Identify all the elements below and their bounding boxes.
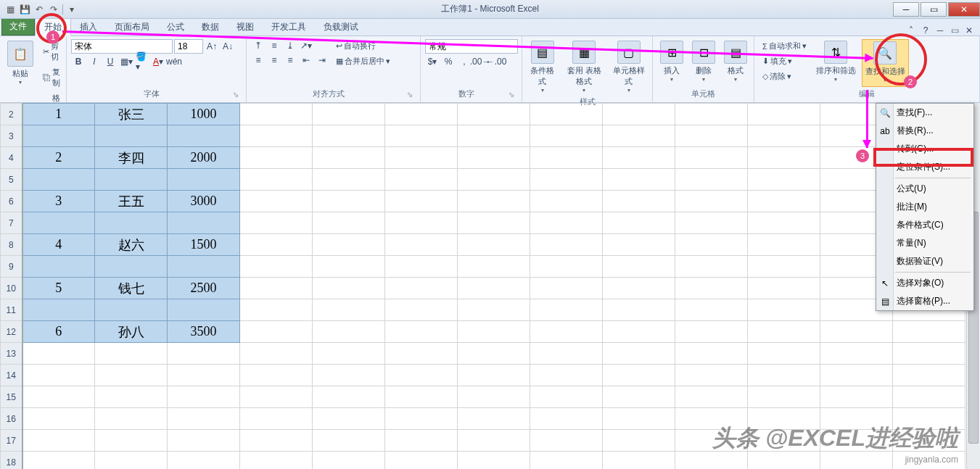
cell[interactable] [530,191,603,212]
cell[interactable] [748,365,820,386]
cell[interactable] [530,147,603,169]
cell[interactable] [95,452,168,470]
ribbon-minimize-icon[interactable]: ˄ [906,25,916,36]
cell[interactable] [385,365,458,386]
cell[interactable] [240,365,313,386]
cell[interactable] [240,299,313,321]
cell[interactable] [313,256,385,278]
cell[interactable] [168,125,240,147]
cell[interactable] [313,125,385,147]
cell[interactable] [385,408,458,430]
decrease-decimal-icon[interactable]: ←.00 [489,55,503,68]
cell[interactable] [530,212,603,234]
workbook-min-icon[interactable]: ─ [935,25,945,36]
cell[interactable] [675,125,748,147]
cell[interactable] [22,169,95,191]
cell[interactable] [893,365,965,386]
close-button[interactable]: ✕ [948,2,980,17]
cell[interactable] [675,386,748,408]
cell[interactable] [313,147,385,169]
cell[interactable] [168,452,240,470]
cell[interactable] [240,343,313,365]
cell[interactable] [603,452,675,470]
cell[interactable] [95,256,168,278]
underline-button[interactable]: U [103,55,118,68]
font-color-button[interactable]: A▾ [151,55,165,68]
cell[interactable] [458,321,530,343]
cell[interactable] [168,212,240,234]
cell[interactable] [385,386,458,408]
cell[interactable] [458,408,530,430]
help-icon[interactable]: ? [921,25,931,36]
cell[interactable] [313,169,385,191]
row-header[interactable]: 18 [1,452,22,470]
cell[interactable]: 孙八 [95,321,168,343]
font-launcher-icon[interactable]: ⬂ [233,91,242,99]
cell[interactable] [603,104,675,125]
menu-find[interactable]: 🔍查找(F)... [876,104,973,122]
cell[interactable] [313,212,385,234]
cell[interactable] [240,256,313,278]
cell[interactable] [458,169,530,191]
cell[interactable] [240,212,313,234]
align-center-icon[interactable]: ≡ [267,54,281,67]
cell[interactable] [22,408,95,430]
row-header[interactable]: 14 [1,365,22,386]
cell[interactable] [385,212,458,234]
row-header[interactable]: 4 [1,147,22,169]
cell[interactable] [530,343,603,365]
cell[interactable] [385,256,458,278]
cell[interactable] [675,365,748,386]
cell[interactable] [240,104,313,125]
cell[interactable] [675,191,748,212]
cell[interactable] [458,430,530,452]
cell[interactable] [240,234,313,256]
cell[interactable] [675,256,748,278]
delete-cells-button[interactable]: ⊟删除▾ [689,39,718,87]
cell[interactable] [240,386,313,408]
cell[interactable]: 3 [22,191,95,212]
cell[interactable]: 4 [22,234,95,256]
cell[interactable]: 李四 [95,147,168,169]
cell[interactable] [240,147,313,169]
cell[interactable] [385,430,458,452]
cell[interactable] [603,343,675,365]
cell[interactable] [530,169,603,191]
cell[interactable] [458,343,530,365]
cell[interactable] [675,278,748,299]
cell[interactable] [530,430,603,452]
cell[interactable] [458,212,530,234]
cell[interactable] [530,125,603,147]
cell[interactable] [820,343,893,365]
cell[interactable] [168,365,240,386]
cell[interactable] [168,343,240,365]
bold-button[interactable]: B [71,55,86,68]
indent-decrease-icon[interactable]: ⇤ [299,54,313,67]
cell[interactable] [240,430,313,452]
cell[interactable]: 张三 [95,104,168,125]
row-header[interactable]: 8 [1,234,22,256]
cell[interactable] [313,452,385,470]
cell[interactable] [893,321,965,343]
cell[interactable] [603,299,675,321]
cell[interactable] [458,234,530,256]
font-name-input[interactable] [71,39,173,54]
cell[interactable] [748,386,820,408]
cell[interactable] [603,408,675,430]
cell[interactable] [313,104,385,125]
cell[interactable] [240,191,313,212]
cell[interactable] [313,234,385,256]
cell[interactable] [22,299,95,321]
cell[interactable]: 1 [22,104,95,125]
cell[interactable] [603,256,675,278]
cell[interactable]: 2000 [168,147,240,169]
cell[interactable] [458,365,530,386]
cell[interactable] [240,408,313,430]
cell[interactable] [168,408,240,430]
align-launcher-icon[interactable]: ⬂ [407,91,416,99]
cell[interactable] [603,169,675,191]
cell[interactable] [603,430,675,452]
cell[interactable] [168,386,240,408]
cell[interactable] [313,299,385,321]
cell[interactable] [530,321,603,343]
